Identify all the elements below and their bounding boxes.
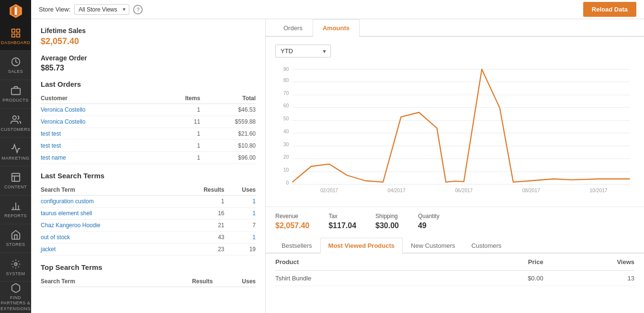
order-total: $21.60	[200, 128, 256, 140]
svg-rect-3	[14, 7, 17, 15]
search-term-link[interactable]: configuration custom	[41, 198, 94, 205]
svg-text:06/2017: 06/2017	[455, 188, 473, 193]
svg-text:30: 30	[283, 142, 289, 147]
period-select[interactable]: YTD MTD Last 30 Days	[275, 45, 331, 58]
sidebar-item-marketing-label: MARKETING	[1, 156, 29, 161]
svg-rect-11	[11, 174, 20, 182]
marketing-icon	[11, 143, 21, 154]
sidebar-item-reports[interactable]: REPORTS	[0, 196, 31, 224]
svg-text:02/2017: 02/2017	[320, 188, 338, 193]
last-search-col-term: Search Term	[41, 185, 177, 196]
customer-link[interactable]: test test	[41, 130, 61, 137]
reload-button[interactable]: Reload Data	[583, 2, 636, 17]
stat-tax-label: Tax	[328, 213, 356, 220]
svg-text:80: 80	[283, 78, 289, 83]
order-total: $96.00	[200, 152, 256, 164]
search-term: out of stock	[41, 232, 177, 243]
period-select-wrapper[interactable]: YTD MTD Last 30 Days ▼	[275, 45, 331, 58]
top-search-title: Top Search Terms	[41, 263, 256, 271]
last-search-col-results: Results	[177, 185, 225, 196]
sidebar-item-customers[interactable]: CUSTOMERS	[0, 109, 31, 138]
stat-quantity-label: Quantity	[418, 213, 440, 220]
help-icon[interactable]: ?	[133, 5, 143, 14]
search-term-link[interactable]: taurus element shell	[41, 210, 92, 217]
order-customer: test test	[41, 140, 160, 152]
sidebar-item-sales[interactable]: SALES	[0, 51, 31, 80]
top-search-col-term: Search Term	[41, 276, 148, 287]
svg-text:90: 90	[283, 67, 289, 72]
sidebar-item-partners[interactable]: FIND PARTNERS & EXTENSIONS	[0, 282, 31, 313]
table-row: Veronica Costello 11 $559.88	[41, 116, 256, 128]
product-col-product: Product	[275, 254, 463, 271]
customer-link[interactable]: Veronica Costello	[41, 106, 85, 113]
chart-stats-row: Revenue $2,057.40 Tax $117.04 Shipping $…	[266, 207, 644, 238]
sales-icon	[11, 57, 21, 67]
content-icon	[11, 172, 21, 183]
store-view-select-wrapper[interactable]: All Store Views ▼	[74, 4, 129, 15]
svg-text:08/2017: 08/2017	[522, 188, 540, 193]
last-orders-table: Customer Items Total Veronica Costello 1…	[41, 93, 256, 164]
sidebar-item-products[interactable]: PRODUCTS	[0, 80, 31, 109]
table-row: test test 1 $10.80	[41, 140, 256, 152]
svg-text:50: 50	[283, 116, 289, 121]
sidebar-item-content[interactable]: CONTENT	[0, 166, 31, 195]
svg-text:0: 0	[286, 180, 289, 185]
search-uses-link[interactable]: 1	[252, 198, 256, 205]
svg-rect-7	[16, 34, 19, 37]
order-items: 1	[160, 152, 200, 164]
table-row: Chaz Kangeroo Hoodie 21 7	[41, 220, 256, 232]
search-results: 43	[177, 232, 225, 243]
search-term-link[interactable]: jacket	[41, 246, 56, 253]
search-uses: 7	[225, 220, 256, 232]
product-col-price: Price	[463, 254, 543, 271]
stat-tax-value: $117.04	[328, 221, 356, 230]
sidebar-item-customers-label: CUSTOMERS	[1, 127, 31, 132]
stat-shipping: Shipping $30.00	[375, 213, 399, 230]
sidebar-item-system[interactable]: SYSTEM	[0, 253, 31, 282]
products-icon	[11, 85, 21, 96]
reports-icon	[11, 201, 21, 211]
svg-rect-5	[16, 29, 19, 32]
right-panel: Orders Amounts YTD MTD Last 30 Days ▼ 0	[266, 19, 644, 313]
sidebar-item-marketing[interactable]: MARKETING	[0, 138, 31, 166]
product-table: Product Price Views Tshirt Bundle $0.00 …	[275, 254, 634, 286]
search-term-link[interactable]: Chaz Kangeroo Hoodie	[41, 222, 101, 229]
magento-logo-icon	[8, 3, 23, 19]
tab-customers[interactable]: Customers	[463, 238, 510, 254]
lifetime-sales-section: Lifetime Sales $2,057.40	[41, 27, 256, 46]
stores-icon	[11, 230, 21, 240]
order-total: $10.80	[200, 140, 256, 152]
customer-link[interactable]: Veronica Costello	[41, 118, 85, 125]
sidebar-item-products-label: PRODUCTS	[2, 98, 29, 103]
order-customer: test name	[41, 152, 160, 164]
lifetime-sales-value: $2,057.40	[41, 36, 256, 46]
search-uses-link[interactable]: 1	[252, 210, 256, 217]
sidebar-item-dashboard[interactable]: DASHBOARD	[0, 22, 31, 51]
tab-amounts[interactable]: Amounts	[313, 19, 360, 37]
svg-text:10: 10	[283, 167, 289, 173]
line-chart: 0 10 20 30 40 50 60 70 80 90	[275, 63, 634, 197]
topbar-left: Store View: All Store Views ▼ ?	[39, 4, 143, 15]
sidebar-item-stores[interactable]: STORES	[0, 224, 31, 253]
customer-link[interactable]: test test	[41, 142, 61, 149]
svg-text:60: 60	[283, 103, 289, 108]
last-orders-title: Last Orders	[41, 80, 256, 88]
svg-text:04/2017: 04/2017	[388, 188, 406, 193]
product-table-area: Product Price Views Tshirt Bundle $0.00 …	[266, 254, 644, 286]
tab-most-viewed[interactable]: Most Viewed Products	[320, 238, 403, 254]
search-uses: 1	[225, 208, 256, 220]
tab-new-customers[interactable]: New Customers	[403, 238, 463, 254]
order-total: $559.88	[200, 116, 256, 128]
sidebar-item-dashboard-label: DASHBOARD	[1, 40, 31, 45]
stat-shipping-value: $30.00	[375, 221, 399, 230]
tab-orders[interactable]: Orders	[273, 19, 313, 37]
top-search-col-uses: Uses	[213, 276, 256, 287]
stat-shipping-label: Shipping	[375, 213, 399, 220]
tab-bestsellers[interactable]: Bestsellers	[273, 238, 320, 254]
search-uses-link[interactable]: 1	[252, 234, 256, 241]
stat-tax: Tax $117.04	[328, 213, 356, 230]
customer-link[interactable]: test name	[41, 154, 66, 161]
search-term-link[interactable]: out of stock	[41, 234, 70, 241]
last-orders-col-items: Items	[160, 93, 200, 104]
store-view-select[interactable]: All Store Views	[74, 4, 129, 15]
